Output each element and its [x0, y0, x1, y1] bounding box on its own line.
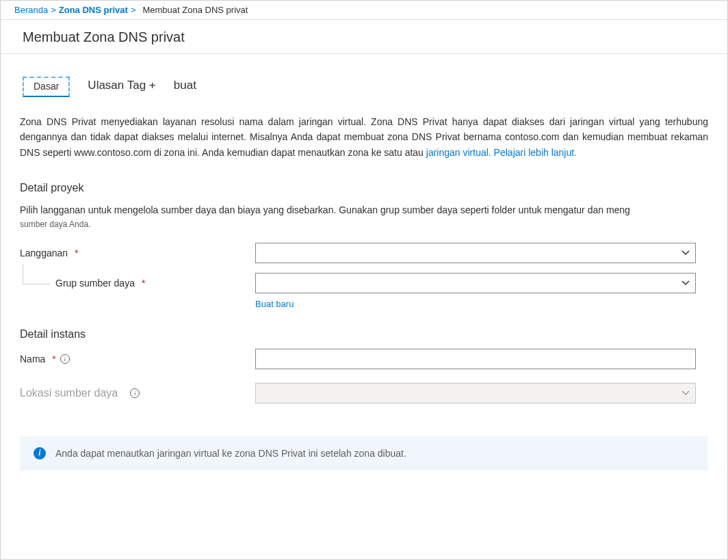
breadcrumb-sep-1: > [51, 5, 56, 15]
content-area: Dasar Ulasan Tag + buat Zona DNS Privat … [1, 54, 727, 487]
location-label: Lokasi sumber daya i [20, 387, 255, 399]
resource-group-row: Grup sumber daya * [20, 273, 708, 293]
tabs: Dasar Ulasan Tag + buat [23, 76, 708, 98]
chevron-down-icon [681, 249, 690, 257]
name-input[interactable] [261, 349, 690, 369]
intro-description: Zona DNS Privat menyediakan layanan reso… [20, 114, 708, 160]
info-banner: i Anda dapat menautkan jaringan virtual … [20, 436, 708, 470]
subscription-row: Langganan * [20, 243, 708, 263]
subscription-select[interactable] [255, 243, 696, 263]
location-select [255, 383, 696, 403]
subscription-label: Langganan * [20, 248, 255, 258]
tab-create[interactable]: buat [174, 76, 205, 98]
name-row: Nama * i [20, 349, 708, 369]
location-row: Lokasi sumber daya i [20, 383, 708, 403]
breadcrumb-current: Membuat Zona DNS privat [142, 5, 248, 15]
chevron-down-icon [681, 389, 690, 397]
page-title: Membuat Zona DNS privat [1, 20, 727, 53]
name-label-text: Nama [20, 354, 45, 364]
indent-connector [23, 264, 50, 284]
tab-basic[interactable]: Dasar [23, 77, 70, 97]
breadcrumb-parent[interactable]: Zona DNS privat [59, 5, 128, 15]
instance-details-heading: Detail instans [20, 328, 708, 341]
subscription-label-text: Langganan [20, 248, 68, 258]
resource-group-label: Grup sumber daya * [20, 278, 255, 289]
info-icon[interactable]: i [130, 388, 140, 398]
info-icon[interactable]: i [60, 354, 70, 364]
project-details-sub2: sumber daya Anda. [20, 219, 708, 229]
learn-more-link[interactable]: jaringan virtual. Pelajari lebih lanjut. [426, 147, 577, 158]
breadcrumb-home[interactable]: Beranda [14, 5, 48, 15]
breadcrumb-sep-2: > [131, 5, 136, 15]
required-indicator: * [52, 354, 55, 364]
project-details-sub1: Pilih langganan untuk mengelola sumber d… [20, 202, 708, 217]
tab-review-tag[interactable]: Ulasan Tag + [79, 76, 164, 98]
intro-text: Zona DNS Privat menyediakan layanan reso… [20, 116, 708, 158]
create-new-link[interactable]: Buat baru [255, 299, 294, 309]
resource-group-label-text: Grup sumber daya [55, 278, 135, 289]
breadcrumb: Beranda > Zona DNS privat > Membuat Zona… [1, 1, 727, 20]
name-label: Nama * i [20, 354, 255, 364]
chevron-down-icon [681, 279, 690, 287]
create-new-row: Buat baru [255, 299, 708, 309]
location-label-text: Lokasi sumber daya [20, 387, 118, 399]
project-details-heading: Detail proyek [20, 182, 708, 194]
name-input-wrapper [255, 349, 696, 369]
required-indicator: * [142, 278, 145, 289]
info-banner-icon: i [34, 447, 46, 459]
required-indicator: * [75, 248, 78, 258]
resource-group-select[interactable] [255, 273, 696, 293]
info-banner-text: Anda dapat menautkan jaringan virtual ke… [55, 448, 406, 459]
